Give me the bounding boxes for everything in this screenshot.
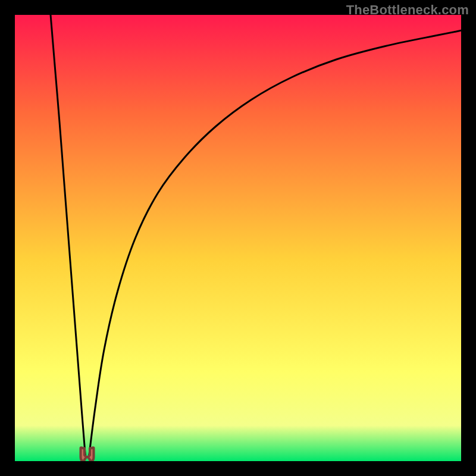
plot-svg — [15, 15, 461, 461]
gradient-background — [15, 15, 461, 461]
plot-area — [15, 15, 461, 461]
watermark-text: TheBottleneck.com — [346, 2, 469, 18]
chart-frame: TheBottleneck.com — [0, 0, 476, 476]
